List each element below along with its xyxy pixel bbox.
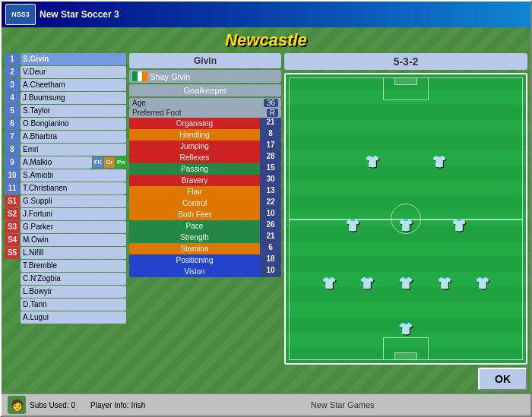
list-item[interactable]: L.Bowyir: [5, 286, 126, 298]
formation-scheme: 5-3-2: [284, 53, 527, 70]
player-name: O.Bongianino: [21, 118, 126, 130]
list-item[interactable]: 3A.Cheetham: [5, 79, 126, 91]
list-item[interactable]: 1S.Givin: [5, 53, 126, 65]
flag-ireland: [132, 71, 147, 81]
pitch-player: 👕: [475, 275, 490, 289]
stats-container: Age36Preferred FootROrganising21Handling…: [129, 98, 281, 277]
list-item[interactable]: 6O.Bongianino: [5, 118, 126, 130]
stat-value: 10: [260, 209, 281, 220]
ok-button[interactable]: OK: [478, 368, 527, 390]
stat-label: Strength: [129, 232, 260, 243]
content-area: Newcastle 1S.Givin2V.Deur3A.Cheetham4J.B…: [2, 27, 530, 393]
subs-used: Subs Used: 0: [30, 401, 75, 409]
player-badge-fk: FK: [93, 157, 103, 168]
stat-value: 10: [260, 266, 281, 277]
stat-label: Preferred Foot: [132, 109, 181, 117]
list-item[interactable]: 8Emri: [5, 144, 126, 156]
list-item[interactable]: 7A.Bharbra: [5, 131, 126, 143]
pitch-player: 👕: [398, 217, 413, 232]
player-name: V.Deur: [21, 66, 126, 78]
stat-label: Age: [132, 99, 146, 107]
player-name: D.Tann: [21, 299, 126, 311]
player-name: A.Malkio: [21, 156, 92, 169]
player-number: S1: [5, 195, 20, 207]
list-item[interactable]: S1G.Suppli: [5, 195, 126, 207]
player-number: S4: [5, 234, 20, 246]
player-position: Goalkeeper: [129, 84, 281, 96]
player-number: 6: [5, 118, 20, 130]
list-item[interactable]: C.N'Zogbia: [5, 273, 126, 285]
pitch: 👕👕👕👕👕👕👕👕👕👕👕: [284, 73, 527, 365]
player-number: 3: [5, 79, 20, 91]
stat-value: 21: [260, 118, 281, 129]
stat-value: 30: [260, 175, 281, 186]
list-item[interactable]: S2J.Fortuni: [5, 208, 126, 220]
stat-value: 6: [260, 243, 281, 254]
main-layout: 1S.Givin2V.Deur3A.Cheetham4J.Buumsung5S.…: [5, 53, 527, 390]
player-number: 2: [5, 66, 20, 78]
stat-row: Strength21: [129, 232, 281, 243]
player-number: 1: [5, 53, 20, 65]
player-name: A.Lugui: [21, 311, 126, 324]
stat-value: 17: [260, 141, 281, 152]
stat-value: 22: [260, 197, 281, 209]
player-name: G.Parker: [21, 221, 126, 233]
list-item[interactable]: S5L.Nifill: [5, 247, 126, 259]
player-name: T.Christianen: [21, 182, 126, 194]
stat-row: Jumping17: [129, 141, 281, 152]
stat-row: Control22: [129, 197, 281, 209]
player-name: S.Givin: [21, 53, 126, 65]
stat-row: Vision10: [129, 266, 281, 277]
player-name: L.Nifill: [21, 247, 126, 259]
player-badge-pn: Pn: [116, 157, 126, 168]
window-title: New Star Soccer 3: [40, 9, 119, 20]
list-item[interactable]: A.Lugui: [5, 311, 126, 324]
player-number: 9: [5, 156, 20, 169]
player-name: T.Bremble: [21, 260, 126, 272]
status-bar: 🧑 Subs Used: 0 Player Info: Irish New St…: [2, 393, 530, 415]
player-number: S3: [5, 221, 20, 233]
brand-label: New Star Games: [160, 400, 524, 409]
pitch-player: 👕: [345, 217, 360, 232]
list-item[interactable]: 4J.Buumsung: [5, 92, 126, 104]
list-item[interactable]: T.Bremble: [5, 260, 126, 272]
stat-row: Flair13: [129, 186, 281, 197]
stat-row: Passing15: [129, 163, 281, 175]
status-icon: 🧑: [8, 396, 26, 414]
list-item[interactable]: 11T.Christianen: [5, 182, 126, 194]
selected-player-display[interactable]: Givin: [129, 53, 281, 68]
goal-top: [394, 77, 417, 85]
right-panel: 5-3-2 👕👕👕👕👕👕👕👕👕👕👕 OK: [284, 53, 527, 390]
stat-label: Jumping: [129, 141, 260, 152]
list-item[interactable]: 5S.Taylor: [5, 105, 126, 117]
player-badges: FKCrPn: [93, 157, 126, 168]
team-name: Newcastle: [5, 30, 527, 50]
player-name: L.Bowyir: [21, 286, 126, 298]
app-logo: NSS3: [5, 4, 36, 25]
list-item[interactable]: 9A.MalkioFKCrPn: [5, 156, 126, 169]
player-name: G.Suppli: [21, 195, 126, 207]
list-item[interactable]: 10S.Amiobi: [5, 169, 126, 182]
stat-row: Positioning18: [129, 254, 281, 266]
pitch-player: 👕: [432, 154, 447, 169]
list-item[interactable]: S4M.Owin: [5, 234, 126, 246]
stat-label: Stamina: [129, 243, 260, 254]
list-item[interactable]: D.Tann: [5, 299, 126, 311]
stat-label: Handling: [129, 129, 260, 141]
stat-value: 28: [260, 152, 281, 163]
pitch-player: 👕: [437, 275, 452, 289]
list-item[interactable]: 2V.Deur: [5, 66, 126, 78]
player-number: S5: [5, 247, 20, 259]
stat-value: 21: [260, 232, 281, 243]
player-number: 5: [5, 105, 20, 117]
player-number: 4: [5, 92, 20, 104]
list-item[interactable]: S3G.Parker: [5, 221, 126, 233]
stat-row: Pace26: [129, 220, 281, 232]
stat-label: Bravery: [129, 175, 260, 186]
goal-bottom: [394, 352, 417, 360]
pitch-player: 👕: [398, 321, 413, 336]
middle-panel: Givin Shay Givin Goalkeeper Age36Preferr…: [129, 53, 281, 390]
stat-info-row: Age36: [129, 98, 281, 108]
stat-value: 36: [264, 99, 278, 107]
stat-row: Reflexes28: [129, 152, 281, 163]
